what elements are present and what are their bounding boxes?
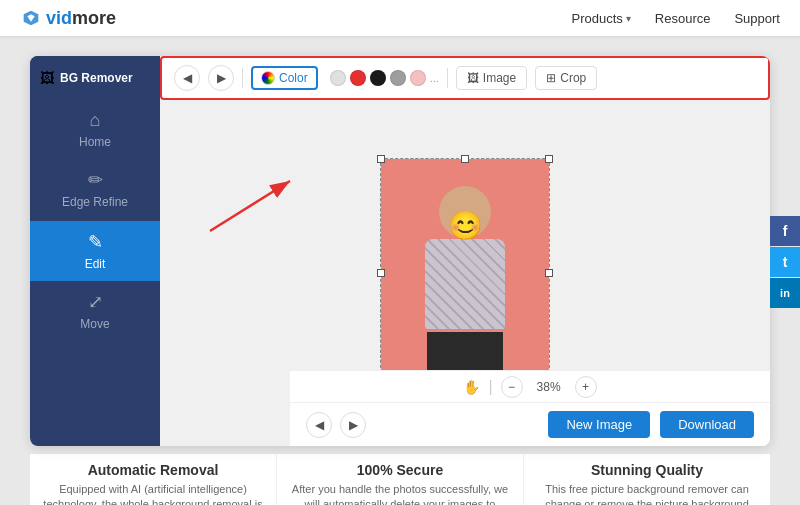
feature-title-2: Stunning Quality [536,462,758,478]
image-button[interactable]: 🖼 Image [456,66,527,90]
logo-icon [20,7,42,29]
nav-arrows: ◀ ▶ [306,412,366,438]
zoom-bar: ✋ | − 38% + [290,370,770,402]
chevron-down-icon: ▾ [626,13,631,24]
social-sidebar: f t in [770,216,800,308]
toolbar-divider [242,68,243,88]
color-swatch-gray[interactable] [390,70,406,86]
color-swatches: ... [330,70,439,86]
color-swatch-red[interactable] [350,70,366,86]
tool-window: ◀ ▶ Color ... 🖼 Image ⊞ Crop [30,56,770,446]
color-button[interactable]: Color [251,66,318,90]
next-button[interactable]: ▶ [340,412,366,438]
face-icon: 😊 [448,209,483,242]
person-body: 😊 [381,159,549,387]
feature-desc-0: Equipped with AI (artificial intelligenc… [42,482,264,505]
action-buttons: New Image Download [548,411,754,438]
person-image: 😊 [381,159,549,387]
handle-middle-right[interactable] [545,269,553,277]
color-swatch-white[interactable] [330,70,346,86]
sidebar-item-home[interactable]: ⌂ Home [30,100,160,159]
feature-automatic: Automatic Removal Equipped with AI (arti… [30,454,276,505]
handle-middle-left[interactable] [377,269,385,277]
svg-line-1 [210,181,290,231]
annotation-arrow [200,161,320,241]
handle-top-center[interactable] [461,155,469,163]
feature-secure: 100% Secure After you handle the photos … [276,454,524,505]
bg-remover-icon: 🖼 [40,70,54,86]
person-shirt [425,239,505,329]
toolbar: ◀ ▶ Color ... 🖼 Image ⊞ Crop [160,56,770,100]
feature-title-1: 100% Secure [289,462,511,478]
edge-refine-icon: ✏ [88,169,103,191]
sidebar-item-move[interactable]: ⤢ Move [30,281,160,341]
facebook-button[interactable]: f [770,216,800,246]
twitter-button[interactable]: t [770,247,800,277]
nav-menu: Products ▾ Resource Support [572,11,781,26]
color-swatch-black[interactable] [370,70,386,86]
nav-support[interactable]: Support [734,11,780,26]
sidebar-item-edge-refine[interactable]: ✏ Edge Refine [30,159,160,221]
home-icon: ⌂ [90,110,101,131]
header: vidmore Products ▾ Resource Support [0,0,800,36]
move-icon: ⤢ [88,291,103,313]
zoom-level: 38% [531,380,567,394]
logo-text: vidmore [46,8,116,29]
zoom-divider: | [488,378,492,396]
feature-quality: Stunning Quality This free picture backg… [524,454,770,505]
feature-desc-2: This free picture background remover can… [536,482,758,505]
handle-top-right[interactable] [545,155,553,163]
canvas-area: 😊 [160,56,770,446]
undo-button[interactable]: ◀ [174,65,200,91]
prev-button[interactable]: ◀ [306,412,332,438]
logo[interactable]: vidmore [20,7,116,29]
nav-products[interactable]: Products ▾ [572,11,631,26]
move-cursor-icon: ✋ [463,379,480,395]
color-circle-icon [261,71,275,85]
sidebar-item-edit[interactable]: ✎ Edit [30,221,160,281]
linkedin-button[interactable]: in [770,278,800,308]
zoom-out-button[interactable]: − [501,376,523,398]
handle-top-left[interactable] [377,155,385,163]
main-content: ◀ ▶ Color ... 🖼 Image ⊞ Crop [0,36,800,505]
features-bar: Automatic Removal Equipped with AI (arti… [30,454,770,505]
download-button[interactable]: Download [660,411,754,438]
action-bar: ◀ ▶ New Image Download [290,402,770,446]
sidebar: 🖼 BG Remover ⌂ Home ✏ Edge Refine ✎ Edit… [30,56,160,446]
sidebar-header: 🖼 BG Remover [30,56,160,100]
image-frame[interactable]: 😊 [380,158,550,388]
image-icon: 🖼 [467,71,479,85]
feature-title-0: Automatic Removal [42,462,264,478]
crop-icon: ⊞ [546,71,556,85]
crop-button[interactable]: ⊞ Crop [535,66,597,90]
sidebar-title: BG Remover [60,71,133,85]
zoom-in-button[interactable]: + [575,376,597,398]
redo-button[interactable]: ▶ [208,65,234,91]
nav-resource[interactable]: Resource [655,11,711,26]
toolbar-divider-2 [447,68,448,88]
new-image-button[interactable]: New Image [548,411,650,438]
more-colors-icon[interactable]: ... [430,72,439,84]
color-swatch-pink[interactable] [410,70,426,86]
feature-desc-1: After you handle the photos successfully… [289,482,511,505]
edit-icon: ✎ [88,231,103,253]
